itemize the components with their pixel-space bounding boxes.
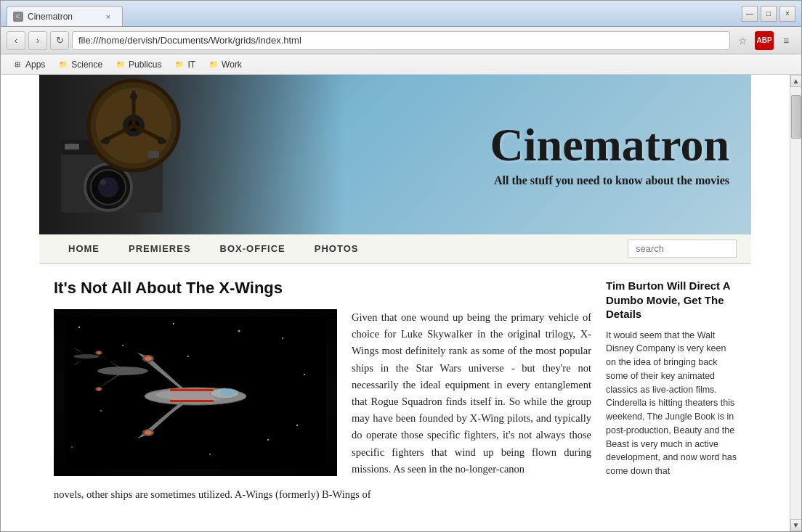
browser-menu-button[interactable]: ≡ bbox=[777, 31, 795, 50]
svg-point-5 bbox=[100, 179, 106, 185]
bookmark-apps[interactable]: ⊞ Apps bbox=[7, 58, 51, 71]
bookmark-science-label: Science bbox=[71, 60, 102, 70]
bookmark-apps-label: Apps bbox=[25, 60, 45, 70]
apps-icon: ⊞ bbox=[12, 60, 23, 70]
nav-links: HOME PREMIERES BOX-OFFICE PHOTOS bbox=[54, 234, 373, 263]
scroll-up-arrow[interactable]: ▲ bbox=[790, 75, 802, 87]
site-search-input[interactable] bbox=[628, 240, 737, 258]
minimize-button[interactable]: — bbox=[742, 6, 758, 22]
browser-tab[interactable]: C Cinematron × bbox=[7, 6, 123, 26]
header-text: Cinematron All the stuff you need to kno… bbox=[490, 122, 729, 187]
bookmarks-bar: ⊞ Apps 📁 Science 📁 Publicus 📁 IT 📁 Work bbox=[1, 54, 801, 75]
svg-point-24 bbox=[100, 410, 102, 412]
svg-rect-43 bbox=[170, 389, 214, 391]
content-sidebar: Tim Burton Will Direct A Dumbo Movie, Ge… bbox=[606, 279, 737, 503]
svg-point-29 bbox=[187, 356, 189, 357]
site-title: Cinematron bbox=[490, 122, 729, 168]
svg-point-14 bbox=[158, 137, 165, 144]
window-controls: — □ × bbox=[742, 6, 795, 22]
article-body: Given that one wound up being the primar… bbox=[54, 309, 591, 478]
maximize-button[interactable]: □ bbox=[761, 6, 777, 22]
svg-point-25 bbox=[267, 439, 269, 441]
svg-point-13 bbox=[130, 93, 137, 100]
svg-point-49 bbox=[97, 351, 101, 354]
svg-point-40 bbox=[145, 356, 152, 361]
page-area: Cinematron All the stuff you need to kno… bbox=[1, 75, 801, 531]
close-button[interactable]: × bbox=[779, 6, 795, 22]
nav-photos[interactable]: PHOTOS bbox=[300, 234, 373, 263]
tab-close-button[interactable]: × bbox=[103, 12, 113, 22]
svg-point-22 bbox=[282, 337, 283, 339]
main-content: It's Not All About The X-Wings bbox=[39, 264, 751, 517]
nav-box-office[interactable]: BOX-OFFICE bbox=[206, 234, 300, 263]
scroll-thumb[interactable] bbox=[791, 95, 801, 139]
article-continued: novels, other ships are sometimes utiliz… bbox=[54, 486, 591, 503]
svg-point-51 bbox=[97, 388, 101, 390]
bookmark-it[interactable]: 📁 IT bbox=[169, 58, 201, 71]
svg-rect-16 bbox=[148, 151, 159, 158]
svg-point-20 bbox=[122, 345, 123, 346]
svg-point-21 bbox=[173, 323, 174, 324]
svg-point-28 bbox=[71, 446, 73, 448]
tab-area: C Cinematron × bbox=[7, 1, 736, 26]
folder-icon: 📁 bbox=[58, 60, 68, 70]
sidebar-article-text: It would seem that the Walt Disney Compa… bbox=[606, 329, 737, 478]
bookmark-work[interactable]: 📁 Work bbox=[203, 58, 248, 71]
svg-point-23 bbox=[304, 374, 305, 375]
xwing-svg bbox=[65, 316, 326, 469]
svg-rect-17 bbox=[65, 144, 79, 150]
article-image bbox=[54, 309, 337, 476]
header-film-visual bbox=[39, 75, 344, 234]
nav-premieres[interactable]: PREMIERES bbox=[114, 234, 206, 263]
site-tagline: All the stuff you need to know about the… bbox=[490, 174, 729, 187]
navigation-bar: ‹ › ↻ ☆ ABP ≡ bbox=[1, 27, 801, 54]
svg-point-45 bbox=[97, 367, 148, 375]
svg-point-42 bbox=[145, 430, 152, 435]
refresh-button[interactable]: ↻ bbox=[50, 31, 69, 50]
folder-icon: 📁 bbox=[116, 60, 126, 70]
film-camera-svg bbox=[39, 75, 330, 234]
article-text: Given that one wound up being the primar… bbox=[352, 309, 591, 478]
site-wrapper: Cinematron All the stuff you need to kno… bbox=[39, 75, 751, 517]
svg-rect-44 bbox=[170, 400, 214, 402]
scroll-track[interactable] bbox=[790, 87, 801, 519]
sidebar-article-title: Tim Burton Will Direct A Dumbo Movie, Ge… bbox=[606, 279, 737, 322]
svg-point-52 bbox=[73, 354, 100, 359]
back-button[interactable]: ‹ bbox=[7, 31, 25, 50]
content-primary: It's Not All About The X-Wings bbox=[54, 279, 591, 503]
svg-point-26 bbox=[209, 454, 211, 455]
tab-favicon: C bbox=[13, 12, 23, 22]
browser-window: C Cinematron × — □ × ‹ › ↻ ☆ ABP ≡ ⊞ App… bbox=[0, 0, 802, 532]
svg-point-19 bbox=[78, 327, 80, 328]
forward-button[interactable]: › bbox=[28, 31, 47, 50]
address-bar[interactable] bbox=[72, 31, 730, 50]
bookmark-it-label: IT bbox=[187, 60, 195, 70]
title-bar: C Cinematron × — □ × bbox=[1, 1, 801, 27]
svg-point-27 bbox=[296, 425, 298, 426]
xwing-visual bbox=[54, 309, 337, 476]
scrollbar[interactable]: ▲ ▼ bbox=[790, 75, 801, 531]
nav-home[interactable]: HOME bbox=[54, 234, 114, 263]
scroll-down-arrow[interactable]: ▼ bbox=[790, 519, 802, 531]
adblock-button[interactable]: ABP bbox=[755, 31, 774, 50]
bookmark-publicus-label: Publicus bbox=[129, 60, 161, 70]
bookmark-work-label: Work bbox=[222, 60, 242, 70]
article-title: It's Not All About The X-Wings bbox=[54, 279, 591, 298]
site-nav: HOME PREMIERES BOX-OFFICE PHOTOS bbox=[39, 234, 751, 264]
site-header: Cinematron All the stuff you need to kno… bbox=[39, 75, 751, 234]
page-scroll[interactable]: Cinematron All the stuff you need to kno… bbox=[1, 75, 790, 531]
svg-point-34 bbox=[219, 389, 237, 396]
folder-icon: 📁 bbox=[174, 60, 185, 70]
svg-point-15 bbox=[102, 137, 110, 144]
bookmark-science[interactable]: 📁 Science bbox=[52, 58, 108, 71]
bookmark-star-button[interactable]: ☆ bbox=[733, 31, 752, 50]
svg-point-30 bbox=[238, 330, 240, 332]
bookmark-publicus[interactable]: 📁 Publicus bbox=[110, 58, 167, 71]
folder-icon: 📁 bbox=[208, 60, 219, 70]
tab-title: Cinematron bbox=[28, 12, 73, 22]
